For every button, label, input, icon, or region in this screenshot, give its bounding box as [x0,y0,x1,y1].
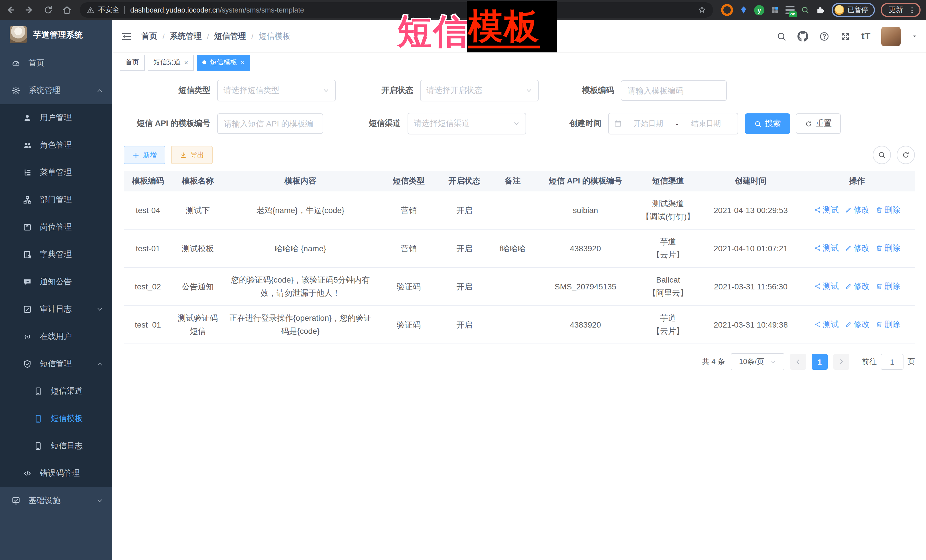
font-size-icon[interactable]: tT [861,31,870,41]
app-logo[interactable]: 芋道管理系统 [0,20,112,50]
browser-reload-icon[interactable] [43,5,53,15]
table-row: test-01 测试模板 哈哈哈 {name} 营销 开启 f哈哈哈 43839… [124,229,915,267]
prev-page-button[interactable] [790,354,806,370]
test-link[interactable]: 测试 [814,318,839,331]
tab-home[interactable]: 首页 [120,54,145,70]
dictionary-icon [23,250,32,259]
sidebar-item-sms-log[interactable]: 短信日志 [0,432,112,460]
cell-name: 测试验证码短信 [172,306,224,344]
not-secure-warning-icon [87,6,95,14]
delete-link[interactable]: 删除 [875,279,900,293]
cell-actions: 测试修改删除 [799,229,915,267]
cell-created: 2021-04-13 00:29:53 [702,192,799,229]
sidebar-item-sms-template[interactable]: 短信模板 [0,405,112,432]
extensions-puzzle-icon[interactable] [816,5,825,15]
table-row: test_02 公告通知 您的验证码{code}，该验证码5分钟内有效，请勿泄漏… [124,267,915,306]
close-icon[interactable]: × [184,59,188,66]
goto-label: 前往 [862,357,877,367]
goto-page-input[interactable] [881,354,903,370]
sidebar-item-role-mgmt[interactable]: 角色管理 [0,131,112,159]
browser-back-icon[interactable] [6,5,15,15]
sidebar-item-menu-mgmt[interactable]: 菜单管理 [0,159,112,186]
delete-link[interactable]: 删除 [875,203,900,216]
test-link[interactable]: 测试 [814,279,839,293]
sidebar-fold-button[interactable] [121,30,132,42]
test-link[interactable]: 测试 [814,241,839,254]
browser-home-icon[interactable] [62,5,72,15]
edit-link[interactable]: 修改 [844,241,870,254]
channel-select[interactable]: 请选择短信渠道 [407,113,526,134]
tab-sms-channel[interactable]: 短信渠道 × [148,54,194,70]
extension-list-icon[interactable]: on [785,6,794,14]
sms-type-select[interactable]: 请选择短信类型 [217,80,336,101]
header-search-icon[interactable] [776,31,787,41]
create-time-range-picker[interactable]: 开始日期 - 结束日期 [608,113,738,134]
avatar-caret-down-icon[interactable] [911,33,918,39]
extension-magnifier-icon[interactable] [801,6,809,14]
cell-created: 2021-04-10 01:07:21 [702,229,799,267]
extension-orange-icon[interactable] [721,4,733,16]
sidebar: 芋道管理系统 首页 系统管理 用户管理 角色管理 菜单管理 [0,20,112,560]
refresh-table-button[interactable] [897,146,915,164]
browser-forward-icon[interactable] [24,5,34,15]
template-code-input[interactable] [621,80,727,101]
next-page-button[interactable] [834,354,849,370]
edit-link[interactable]: 修改 [844,279,870,293]
sidebar-item-post-mgmt[interactable]: 岗位管理 [0,214,112,241]
browser-menu-dots-icon[interactable] [908,6,916,14]
api-template-id-input[interactable] [217,113,323,134]
edit-link[interactable]: 修改 [844,203,870,216]
share-icon [814,206,821,213]
extension-grid-icon[interactable] [771,6,779,14]
sidebar-item-notice[interactable]: 通知公告 [0,268,112,296]
user-avatar[interactable] [881,27,901,46]
delete-link[interactable]: 删除 [875,318,900,331]
sidebar-item-dict-mgmt[interactable]: 字典管理 [0,241,112,268]
sidebar-item-system-mgmt[interactable]: 系统管理 [0,77,112,104]
profile-paused-pill[interactable]: 已暂停 [832,3,875,17]
browser-toolbar: 不安全 dashboard.yudao.iocoder.cn /system/s… [0,0,926,20]
sidebar-item-infrastructure[interactable]: 基础设施 [0,487,112,515]
chevron-up-icon [96,361,103,367]
breadcrumb-sms[interactable]: 短信管理 [214,31,246,41]
search-button[interactable]: 搜索 [745,113,790,134]
user-icon [23,113,32,122]
breadcrumb-system[interactable]: 系统管理 [170,31,202,41]
page-size-select[interactable]: 10条/页 [731,353,784,370]
edit-link[interactable]: 修改 [844,318,870,331]
extension-pin-icon[interactable] [739,6,748,14]
test-link[interactable]: 测试 [814,203,839,216]
current-page-button[interactable]: 1 [812,354,828,370]
close-icon[interactable]: × [241,59,245,66]
phone-icon [33,414,43,423]
sidebar-item-home[interactable]: 首页 [0,50,112,77]
export-button[interactable]: 导出 [171,146,213,164]
address-bar[interactable]: 不安全 dashboard.yudao.iocoder.cn /system/s… [80,2,713,18]
sidebar-item-dept-mgmt[interactable]: 部门管理 [0,186,112,214]
sidebar-item-sms-channel[interactable]: 短信渠道 [0,378,112,405]
add-button[interactable]: 新增 [124,146,165,164]
github-icon[interactable] [797,31,808,42]
browser-update-button[interactable]: 更新 [881,3,921,17]
sidebar-item-error-code[interactable]: 错误码管理 [0,460,112,487]
sidebar-item-online-users[interactable]: 在线用户 [0,323,112,350]
cell-content: 正在进行登录操作{operation}，您的验证码是{code} [224,306,377,344]
chevron-left-icon [794,358,802,365]
show-search-button[interactable] [873,146,891,164]
reset-button[interactable]: 重置 [796,113,841,134]
sidebar-item-audit-log[interactable]: 审计日志 [0,296,112,323]
sidebar-item-sms-mgmt[interactable]: 短信管理 [0,350,112,378]
breadcrumb-home[interactable]: 首页 [141,31,157,41]
status-select[interactable]: 请选择开启状态 [420,80,539,101]
phone-icon [33,442,43,451]
online-signal-icon [23,332,32,341]
bookmark-star-icon[interactable] [698,6,706,14]
extension-y-icon[interactable]: y [754,5,764,15]
help-icon[interactable] [819,31,829,41]
top-navbar: 首页 / 系统管理 / 短信管理 / 短信模板 tT [112,20,926,53]
sidebar-item-user-mgmt[interactable]: 用户管理 [0,104,112,131]
fullscreen-icon[interactable] [840,31,850,41]
delete-link[interactable]: 删除 [875,241,900,254]
tab-sms-template[interactable]: 短信模板 × [197,54,250,70]
cell-name: 测试下 [172,192,224,229]
